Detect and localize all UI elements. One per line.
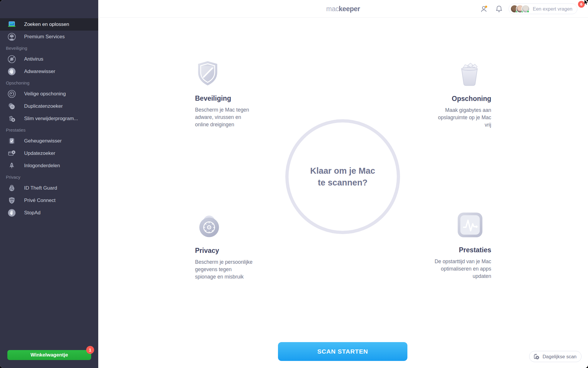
sidebar-item-label: Privé Connect (24, 198, 56, 203)
sidebar-item-prive-connect[interactable]: VPN Privé Connect (0, 194, 98, 207)
sidebar-item-label: Geheugenwisser (24, 138, 62, 144)
quadrant-title: Beveiliging (195, 94, 310, 102)
main-area: mackeeper (98, 0, 588, 368)
vpn-shield-icon: VPN (7, 196, 16, 205)
quadrant-title: Prestaties (377, 246, 491, 254)
expert-avatars (510, 5, 530, 13)
sidebar-section-prestaties: Prestaties (0, 125, 98, 135)
sidebar-section-privacy: Privacy (0, 172, 98, 182)
quadrant-beveiliging: Beveiliging Bescherm je Mac tegen adware… (195, 60, 310, 128)
sidebar-item-updatezoeker[interactable]: Updatezoeker (0, 147, 98, 160)
start-scan-button[interactable]: SCAN STARTEN (278, 342, 407, 361)
daily-scan-icon (533, 353, 540, 360)
ask-expert-label: Een expert vragen (533, 6, 572, 12)
cart-badge: 1 (86, 346, 94, 354)
sidebar-item-label: Inlogonderdelen (24, 163, 60, 169)
sidebar-item-duplicatenzoeker[interactable]: Duplicatenzoeker (0, 100, 98, 112)
logo-keeper: keeper (339, 5, 360, 12)
daily-scan-button[interactable]: Dagelijkse scan (529, 351, 582, 362)
rocket-icon (7, 161, 16, 170)
quadrant-description: De opstarttijd van je Mac optimaliseren … (377, 258, 491, 280)
sidebar-item-veilige-opschoning[interactable]: Veilige opschoning (0, 88, 98, 100)
find-and-fix-icon (7, 20, 16, 29)
sidebar-item-label: Slim verwijderprogram... (24, 116, 78, 122)
sidebar-item-antivirus[interactable]: Antivirus (0, 53, 98, 65)
main-content: Beveiliging Bescherm je Mac tegen adware… (98, 18, 588, 368)
scan-status-text: Klaar om je Mac te scannen? (310, 165, 375, 188)
quadrant-description: Bescherm je Mac tegen adware, virussen e… (195, 106, 310, 128)
vpn-icon-text: VPN (10, 198, 14, 200)
sidebar-item-label: Antivirus (24, 56, 43, 62)
sidebar-item-label: Zoeken en oplossen (24, 21, 69, 27)
smart-uninstaller-icon (7, 114, 16, 123)
daily-scan-label: Dagelijkse scan (542, 354, 577, 359)
sidebar-item-adwarewisser[interactable]: Adwarewisser (0, 65, 98, 78)
antivirus-icon (7, 54, 16, 64)
trash-bin-icon (456, 61, 483, 88)
sidebar-item-geheugenwisser[interactable]: Geheugenwisser (0, 135, 98, 147)
quadrant-description: Maak gigabytes aan opslagruimte op je Ma… (377, 107, 491, 129)
combination-lock-icon (196, 210, 222, 240)
expert-notification-badge: 6 (578, 1, 585, 8)
shield-icon (196, 60, 219, 87)
scan-status-circle: Klaar om je Mac te scannen? (285, 119, 400, 234)
logo-mac: mac (326, 5, 339, 12)
sidebar-item-id-theft-guard[interactable]: ID Theft Guard (0, 182, 98, 194)
quadrant-title: Privacy (195, 246, 310, 255)
topbar-controls: Een expert vragen (480, 0, 577, 18)
sidebar: Zoeken en oplossen Premium Services Beve… (0, 0, 98, 368)
sidebar-item-stopad[interactable]: StopAd (0, 207, 98, 219)
sidebar-item-label: Adwarewisser (24, 69, 55, 74)
quadrant-title: Opschoning (377, 95, 491, 103)
quadrant-prestaties: Prestaties De opstarttijd van je Mac opt… (377, 212, 491, 280)
memory-cleaner-icon (7, 136, 16, 146)
sidebar-item-inlogonderdelen[interactable]: Inlogonderdelen (0, 160, 98, 172)
quadrant-privacy: Privacy Bescherm je persoonlijke gegeven… (195, 210, 310, 281)
sidebar-item-label: Updatezoeker (24, 150, 55, 156)
expert-avatar (522, 5, 530, 13)
sidebar-item-label: Veilige opschoning (24, 91, 66, 97)
topbar: mackeeper (98, 0, 588, 18)
duplicates-icon (7, 102, 16, 111)
sidebar-nav: Zoeken en oplossen Premium Services Beve… (0, 0, 98, 219)
notifications-bell-icon[interactable] (495, 5, 503, 13)
mackeeper-window: Zoeken en oplossen Premium Services Beve… (0, 0, 588, 368)
quadrant-description: Bescherm je persoonlijke gegevens tegen … (195, 258, 310, 281)
account-icon[interactable] (480, 5, 488, 13)
sidebar-item-premium-services[interactable]: Premium Services (0, 31, 98, 43)
fingerprint-lock-icon (7, 183, 16, 193)
stopad-hand-icon (7, 208, 16, 218)
sidebar-section-beveiliging: Beveiliging (0, 43, 98, 53)
activity-monitor-icon (457, 212, 483, 239)
sidebar-item-label: Duplicatenzoeker (24, 103, 63, 109)
sidebar-item-zoeken-en-oplossen[interactable]: Zoeken en oplossen (0, 18, 98, 31)
quadrant-opschoning: Opschoning Maak gigabytes aan opslagruim… (377, 61, 491, 129)
sidebar-item-label: ID Theft Guard (24, 185, 57, 191)
safe-cleanup-icon (7, 89, 16, 99)
sidebar-item-label: StopAd (24, 210, 41, 216)
mackeeper-logo: mackeeper (326, 5, 360, 13)
cart-button[interactable]: Winkelwagentje 1 (7, 350, 91, 360)
mouse-cursor (584, 0, 588, 5)
sidebar-section-opschoning: Opschoning (0, 78, 98, 88)
stop-hand-icon (7, 67, 16, 76)
sidebar-item-label: Premium Services (24, 34, 65, 40)
sidebar-item-slim-verwijderprogramma[interactable]: Slim verwijderprogram... (0, 112, 98, 125)
update-tracker-icon (7, 149, 16, 158)
online-status-dot (527, 10, 529, 13)
cart-button-label: Winkelwagentje (31, 352, 68, 358)
ask-expert-button[interactable]: Een expert vragen (509, 4, 577, 14)
premium-services-icon (7, 32, 16, 42)
